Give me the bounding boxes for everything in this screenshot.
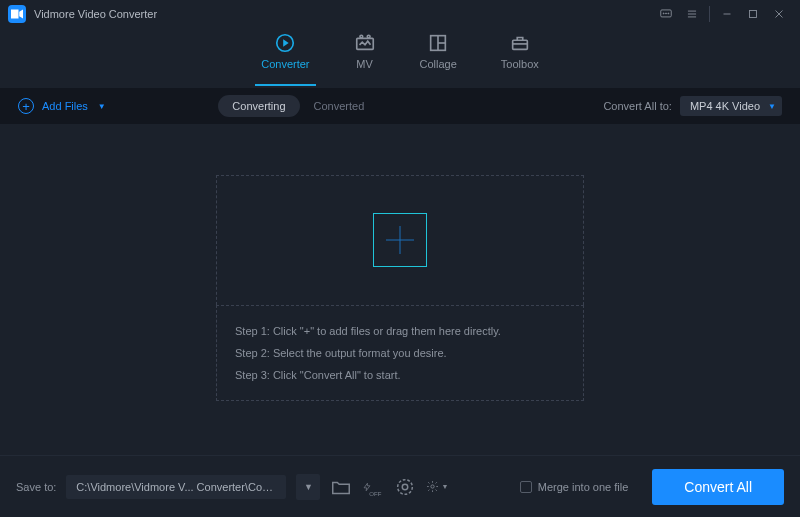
open-folder-icon[interactable] [330,476,352,498]
plus-circle-icon: + [18,98,34,114]
tab-collage[interactable]: Collage [420,32,457,80]
step3-text: Step 3: Click "Convert All" to start. [235,364,565,386]
chevron-down-icon: ▼ [441,483,448,490]
seg-converting[interactable]: Converting [218,95,299,117]
status-segmented: Converting Converted [218,95,378,117]
footer: Save to: C:\Vidmore\Vidmore V... Convert… [0,455,800,517]
format-select[interactable]: MP4 4K Video ▼ [680,96,782,116]
divider [709,6,710,22]
svg-point-2 [666,13,667,14]
dropzone-steps: Step 1: Click "+" to add files or drag t… [216,305,584,401]
svg-rect-19 [512,40,527,49]
topnav: Converter MV Collage Toolbox [0,32,800,80]
svg-marker-12 [284,39,290,46]
convert-all-button[interactable]: Convert All [652,469,784,505]
dropzone-top [216,175,584,305]
step1-text: Step 1: Click "+" to add files or drag t… [235,320,565,342]
subbar: + Add Files ▼ Converting Converted Conve… [0,88,800,124]
tab-label: Collage [420,58,457,70]
step2-text: Step 2: Select the output format you des… [235,342,565,364]
app-title: Vidmore Video Converter [34,8,157,20]
app-logo-icon [8,5,26,23]
collage-icon [427,32,449,54]
save-path-field[interactable]: C:\Vidmore\Vidmore V... Converter\Conver… [66,475,286,499]
toolbox-icon [509,32,531,54]
tab-toolbox[interactable]: Toolbox [501,32,539,80]
seg-converted[interactable]: Converted [300,95,379,117]
svg-point-3 [668,13,669,14]
mv-icon [354,32,376,54]
add-files-label: Add Files [42,100,88,112]
convert-all-to-label: Convert All to: [603,100,671,112]
tab-converter[interactable]: Converter [261,32,309,80]
svg-point-15 [367,35,370,38]
svg-marker-23 [364,483,370,491]
add-files-plus-button[interactable] [373,213,427,267]
hardware-accel-icon[interactable]: OFF [362,476,384,498]
tab-label: Toolbox [501,58,539,70]
svg-point-25 [403,484,409,490]
svg-point-1 [663,13,664,14]
converter-icon [274,32,296,54]
convert-all-to: Convert All to: MP4 4K Video ▼ [603,96,782,116]
tab-mv[interactable]: MV [354,32,376,80]
content-area: Step 1: Click "+" to add files or drag t… [0,120,800,455]
format-selected-label: MP4 4K Video [690,100,760,112]
tab-label: Converter [261,58,309,70]
settings-icon[interactable]: ▼ [426,476,448,498]
chevron-down-icon: ▼ [768,102,776,111]
maximize-icon[interactable] [740,3,766,25]
dropzone[interactable]: Step 1: Click "+" to add files or drag t… [216,175,584,401]
minimize-icon[interactable] [714,3,740,25]
chevron-down-icon: ▼ [98,102,106,111]
add-files-button[interactable]: + Add Files ▼ [18,98,106,114]
feedback-icon[interactable] [653,3,679,25]
merge-label: Merge into one file [538,481,629,493]
save-path-dropdown[interactable]: ▼ [296,474,320,500]
svg-rect-8 [750,11,757,18]
svg-point-14 [359,35,362,38]
titlebar: Vidmore Video Converter [0,0,800,28]
merge-checkbox[interactable]: Merge into one file [520,481,629,493]
checkbox-icon [520,481,532,493]
high-speed-icon[interactable] [394,476,416,498]
tab-label: MV [356,58,373,70]
svg-point-24 [398,479,413,494]
close-icon[interactable] [766,3,792,25]
menu-icon[interactable] [679,3,705,25]
save-to-label: Save to: [16,481,56,493]
svg-point-26 [431,485,434,488]
